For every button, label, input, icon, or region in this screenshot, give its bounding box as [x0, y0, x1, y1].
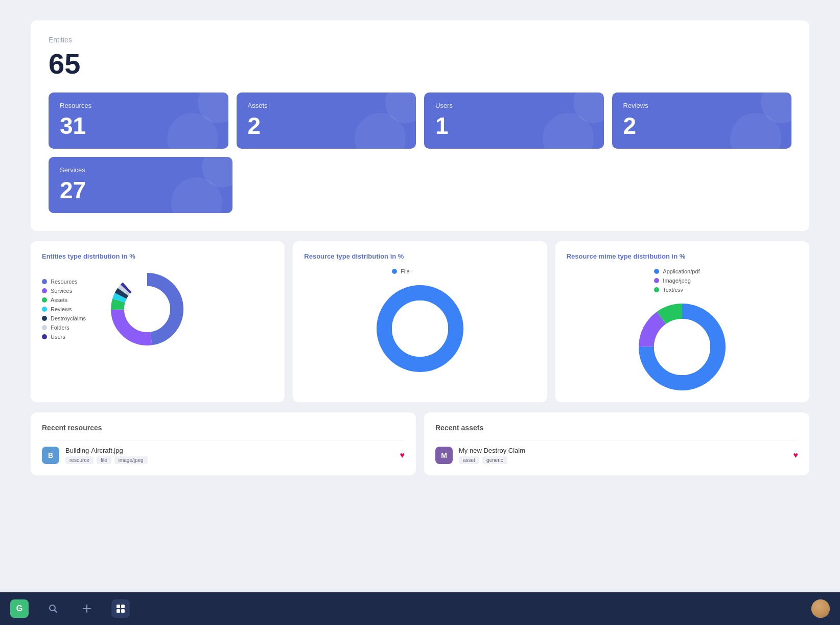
nav-dashboard-button[interactable]	[111, 599, 130, 618]
legend-label-reviews: Reviews	[51, 306, 72, 312]
recent-resources-card: Recent resources B Building-Aircraft.jpg…	[31, 412, 416, 475]
nav-add-button[interactable]	[78, 599, 96, 618]
resources-label: Resources	[60, 102, 217, 109]
nav-avatar[interactable]	[811, 599, 830, 618]
assets-label: Assets	[248, 102, 405, 109]
legend-dot-reviews	[42, 307, 47, 312]
entities-card: Entities 65 Resources 31 Assets 2 Users …	[31, 20, 809, 231]
services-row: Services 27	[49, 157, 791, 213]
tag-asset: asset	[459, 456, 479, 464]
mime-type-card: Resource mime type distribution in % App…	[555, 241, 809, 402]
resources-card[interactable]: Resources 31	[49, 92, 228, 149]
legend-dot-destroyclaims	[42, 316, 47, 321]
heart-icon-resource-0[interactable]: ♥	[400, 451, 405, 460]
svg-rect-19	[121, 605, 125, 608]
stat-cards-grid: Resources 31 Assets 2 Users 1 Reviews 2	[49, 92, 791, 149]
svg-rect-20	[116, 609, 120, 613]
legend-reviews: Reviews	[42, 306, 98, 312]
tag-image-jpeg: image/jpeg	[114, 456, 148, 464]
recent-grid: Recent resources B Building-Aircraft.jpg…	[31, 412, 809, 475]
users-label: Users	[435, 102, 593, 109]
chart3-svg	[636, 301, 728, 393]
entities-distribution-card: Entities type distribution in % Resource…	[31, 241, 285, 402]
legend-dot-resources	[42, 279, 47, 284]
services-card[interactable]: Services 27	[49, 157, 232, 213]
heart-icon-asset-0[interactable]: ♥	[794, 451, 799, 460]
legend-dot-csv	[654, 287, 659, 292]
legend-jpeg: Image/jpeg	[654, 277, 710, 284]
chart1-svg	[106, 268, 188, 350]
legend-label-folders: Folders	[51, 325, 69, 331]
legend-destroyclaims: Destroyclaims	[42, 315, 98, 321]
legend-label-destroyclaims: Destroyclaims	[51, 315, 86, 321]
charts-grid: Entities type distribution in % Resource…	[31, 241, 809, 402]
svg-rect-21	[121, 609, 125, 613]
main-content: Entities 65 Resources 31 Assets 2 Users …	[0, 0, 840, 592]
bottom-nav: G	[0, 592, 840, 625]
assets-card[interactable]: Assets 2	[237, 92, 416, 149]
legend-dot-folders	[42, 325, 47, 330]
legend-resources: Resources	[42, 279, 98, 285]
legend-dot-pdf	[654, 269, 659, 274]
nav-search-button[interactable]	[44, 599, 62, 618]
chart2-legend: File	[392, 268, 448, 274]
services-label: Services	[60, 166, 221, 174]
resources-number: 31	[60, 112, 217, 140]
svg-point-9	[392, 300, 448, 357]
legend-folders: Folders	[42, 325, 98, 331]
legend-dot-file	[392, 269, 397, 274]
resource-avatar-0: B	[42, 447, 59, 464]
chart1-inner: Resources Services Assets Reviews	[42, 268, 273, 350]
add-icon	[82, 604, 91, 613]
chart1-title: Entities type distribution in %	[42, 252, 273, 260]
legend-file: File	[392, 268, 448, 274]
search-icon	[49, 604, 58, 613]
users-card[interactable]: Users 1	[424, 92, 604, 149]
asset-info-0: My new Destroy Claim asset generic	[459, 447, 787, 464]
svg-point-13	[654, 319, 710, 375]
recent-asset-item-0[interactable]: M My new Destroy Claim asset generic ♥	[435, 440, 798, 470]
reviews-card[interactable]: Reviews 2	[612, 92, 792, 149]
resource-name-0: Building-Aircraft.jpg	[65, 447, 394, 454]
assets-number: 2	[248, 112, 405, 140]
legend-dot-users	[42, 334, 47, 339]
legend-csv: Text/csv	[654, 287, 710, 293]
chart3-inner: Application/pdf Image/jpeg Text/csv	[567, 268, 798, 393]
recent-resource-item-0[interactable]: B Building-Aircraft.jpg resource file im…	[42, 440, 405, 470]
avatar-image	[811, 599, 830, 618]
legend-pdf: Application/pdf	[654, 268, 710, 274]
recent-resources-title: Recent resources	[42, 424, 405, 432]
tag-generic: generic	[482, 456, 507, 464]
entities-number: 65	[49, 47, 791, 80]
recent-assets-card: Recent assets M My new Destroy Claim ass…	[424, 412, 809, 475]
resource-info-0: Building-Aircraft.jpg resource file imag…	[65, 447, 394, 464]
chart3-title: Resource mime type distribution in %	[567, 252, 798, 260]
svg-point-7	[124, 286, 170, 332]
asset-tags-0: asset generic	[459, 456, 787, 464]
legend-dot-assets	[42, 297, 47, 303]
services-number: 27	[60, 176, 221, 204]
legend-users: Users	[42, 334, 98, 340]
nav-logo[interactable]: G	[10, 599, 29, 618]
chart2-title: Resource type distribution in %	[304, 252, 535, 260]
tag-file: file	[97, 456, 111, 464]
reviews-number: 2	[623, 112, 781, 140]
legend-label-users: Users	[51, 334, 65, 340]
resource-tags-0: resource file image/jpeg	[65, 456, 394, 464]
recent-assets-title: Recent assets	[435, 424, 798, 432]
resource-type-card: Resource type distribution in % File	[293, 241, 547, 402]
legend-dot-jpeg	[654, 278, 659, 283]
legend-label-file: File	[401, 268, 410, 274]
legend-label-csv: Text/csv	[663, 287, 683, 293]
legend-label-resources: Resources	[51, 279, 78, 285]
dashboard-icon	[116, 604, 125, 613]
svg-rect-18	[116, 605, 120, 608]
legend-label-jpeg: Image/jpeg	[663, 277, 690, 284]
svg-line-15	[55, 610, 57, 613]
legend-dot-services	[42, 288, 47, 293]
asset-name-0: My new Destroy Claim	[459, 447, 787, 454]
legend-label-services: Services	[51, 288, 72, 294]
legend-services: Services	[42, 288, 98, 294]
chart2-svg	[374, 283, 466, 375]
users-number: 1	[435, 112, 593, 140]
